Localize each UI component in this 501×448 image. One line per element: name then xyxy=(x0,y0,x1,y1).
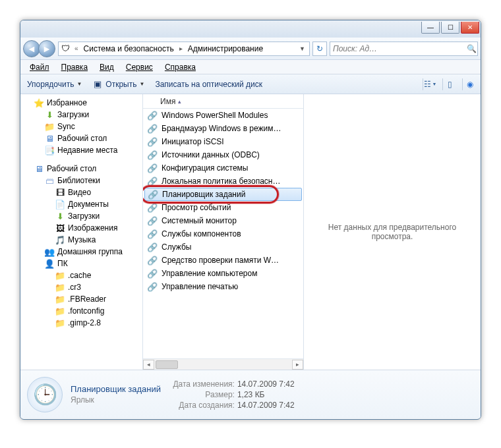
sidebar-item-downloads2[interactable]: ⬇Загрузки xyxy=(22,210,141,222)
shortcut-icon: 🔗 xyxy=(147,215,158,226)
created-value: 14.07.2009 7:42 xyxy=(237,401,295,410)
sidebar-item-folder[interactable]: 📁.gimp-2.8 xyxy=(22,317,141,329)
scroll-thumb[interactable] xyxy=(156,360,178,369)
burn-label: Записать на оптический диск xyxy=(155,80,262,89)
sidebar[interactable]: ⭐Избранное ⬇Загрузки 📁Sync 🖥Рабочий стол… xyxy=(20,94,143,370)
nav-row: ◄ ► 🛡 « Система и безопасность ▸ Админис… xyxy=(20,38,481,60)
sidebar-libraries[interactable]: 🗃Библиотеки xyxy=(22,175,141,186)
file-row[interactable]: 🔗Службы компонентов xyxy=(143,227,303,240)
scroll-left-button[interactable]: ◂ xyxy=(143,360,154,370)
burn-button[interactable]: Записать на оптический диск xyxy=(152,78,265,90)
desktop-icon: 🖥 xyxy=(44,133,55,144)
close-button[interactable]: ✕ xyxy=(461,22,479,34)
details-name: Планировщик заданий xyxy=(71,384,161,394)
sidebar-item-folder[interactable]: 📁.FBReader xyxy=(22,293,141,305)
file-row[interactable]: 🔗Системный монитор xyxy=(143,214,303,227)
file-label: Управление компьютером xyxy=(162,269,257,278)
file-label: Средство проверки памяти W… xyxy=(162,256,279,265)
pictures-icon: 🖼 xyxy=(55,223,65,233)
sidebar-item-downloads[interactable]: ⬇Загрузки xyxy=(22,109,141,121)
sidebar-item-folder[interactable]: 📁.cache xyxy=(22,269,141,281)
file-row[interactable]: 🔗Конфигурация системы xyxy=(143,161,303,175)
search-input[interactable] xyxy=(330,44,465,53)
column-header-name[interactable]: Имя▴ xyxy=(143,94,303,109)
sidebar-label: Рабочий стол xyxy=(57,134,107,143)
file-row[interactable]: 🔗Локальная политика безопасн… xyxy=(143,175,303,188)
shortcut-icon: 🔗 xyxy=(147,123,158,134)
file-row[interactable]: 🔗Windows PowerShell Modules xyxy=(143,109,303,122)
menu-help[interactable]: Справка xyxy=(160,61,201,73)
video-icon: 🎞 xyxy=(55,187,65,198)
file-row[interactable]: 🔗Инициатор iSCSI xyxy=(143,135,303,148)
file-row[interactable]: 🔗Управление компьютером xyxy=(143,267,303,280)
sidebar-desktop-root[interactable]: 🖥Рабочий стол xyxy=(22,163,141,175)
menu-tools[interactable]: Сервис xyxy=(121,61,158,73)
shortcut-icon: 🔗 xyxy=(147,110,158,121)
sidebar-pc[interactable]: 👤ПК xyxy=(22,258,141,269)
file-label: Управление печатью xyxy=(162,282,238,291)
created-label: Дата создания: xyxy=(173,401,237,410)
file-row[interactable]: 🔗Источники данных (ODBC) xyxy=(143,148,303,161)
minimize-button[interactable]: — xyxy=(421,22,440,34)
recent-icon: 📑 xyxy=(44,145,55,155)
forward-button[interactable]: ► xyxy=(38,40,55,57)
preview-pane-button[interactable]: ▯ xyxy=(442,78,457,90)
search-icon[interactable]: 🔍 xyxy=(465,44,477,53)
search-box[interactable]: 🔍 xyxy=(330,42,478,56)
file-label: Инициатор iSCSI xyxy=(162,137,224,146)
breadcrumb-dropdown-icon[interactable]: ▼ xyxy=(299,45,308,52)
sidebar-item-documents[interactable]: 📄Документы xyxy=(22,198,141,210)
file-row-selected[interactable]: 🔗Планировщик заданий xyxy=(144,188,302,201)
chevron-down-icon: ▼ xyxy=(139,81,144,87)
sidebar-label: Избранное xyxy=(47,98,87,107)
scroll-right-button[interactable]: ▸ xyxy=(292,360,303,370)
horizontal-scrollbar[interactable]: ◂ ▸ xyxy=(143,358,303,370)
modified-value: 14.07.2009 7:42 xyxy=(237,379,295,389)
preview-pane: Нет данных для предварительного просмотр… xyxy=(304,94,481,370)
folder-icon: 📁 xyxy=(55,282,65,293)
size-value: 1,23 КБ xyxy=(237,390,265,399)
breadcrumb[interactable]: 🛡 « Система и безопасность ▸ Администрир… xyxy=(58,42,310,56)
organize-button[interactable]: Упорядочить▼ xyxy=(24,78,84,90)
open-button[interactable]: ▣Открыть▼ xyxy=(90,78,147,91)
sidebar-item-music[interactable]: 🎵Музыка xyxy=(22,234,141,246)
file-row[interactable]: 🔗Средство проверки памяти W… xyxy=(143,254,303,267)
help-button[interactable]: ◉ xyxy=(462,78,477,90)
sidebar-label: ПК xyxy=(57,259,68,268)
sidebar-item-pictures[interactable]: 🖼Изображения xyxy=(22,222,141,234)
breadcrumb-seg-2[interactable]: Администрирование xyxy=(187,44,264,53)
sidebar-homegroup[interactable]: 👥Домашняя группа xyxy=(22,246,141,258)
menu-edit[interactable]: Правка xyxy=(56,61,94,73)
maximize-button[interactable]: ☐ xyxy=(441,22,459,34)
sidebar-item-sync[interactable]: 📁Sync xyxy=(22,121,141,132)
breadcrumb-seg-1[interactable]: Система и безопасность xyxy=(82,44,175,53)
sidebar-item-folder[interactable]: 📁.cr3 xyxy=(22,281,141,293)
sort-indicator-icon: ▴ xyxy=(178,98,181,105)
sidebar-item-video[interactable]: 🎞Видео xyxy=(22,186,141,198)
file-row[interactable]: 🔗Просмотр событий xyxy=(143,201,303,214)
file-label: Службы компонентов xyxy=(162,229,241,238)
maximize-icon: ☐ xyxy=(448,24,454,31)
refresh-button[interactable]: ↻ xyxy=(312,42,327,56)
titlebar[interactable]: — ☐ ✕ xyxy=(20,20,481,38)
sidebar-favorites[interactable]: ⭐Избранное xyxy=(22,97,141,109)
menu-view[interactable]: Вид xyxy=(94,61,119,73)
file-row[interactable]: 🔗Службы xyxy=(143,240,303,254)
sidebar-label: Рабочий стол xyxy=(47,164,96,173)
file-row[interactable]: 🔗Брандмауэр Windows в режим… xyxy=(143,122,303,135)
file-row[interactable]: 🔗Управление печатью xyxy=(143,280,303,293)
shortcut-icon: 🔗 xyxy=(148,189,158,200)
sidebar-item-folder[interactable]: 📁.fontconfig xyxy=(22,305,141,317)
view-button[interactable]: ☷▼ xyxy=(423,78,437,90)
sidebar-label: .FBReader xyxy=(68,294,106,304)
sidebar-item-recent[interactable]: 📑Недавние места xyxy=(22,144,141,156)
sidebar-item-desktop[interactable]: 🖥Рабочий стол xyxy=(22,132,141,144)
shortcut-icon: 🔗 xyxy=(147,202,158,213)
shield-icon: 🛡 xyxy=(60,43,71,54)
file-list[interactable]: 🔗Windows PowerShell Modules 🔗Брандмауэр … xyxy=(143,109,303,358)
toolbar: Упорядочить▼ ▣Открыть▼ Записать на оптич… xyxy=(20,74,481,94)
shortcut-icon: 🔗 xyxy=(147,229,158,239)
body: ⭐Избранное ⬇Загрузки 📁Sync 🖥Рабочий стол… xyxy=(20,94,481,370)
menu-file[interactable]: Файл xyxy=(24,61,55,73)
breadcrumb-sep: « xyxy=(73,45,80,52)
